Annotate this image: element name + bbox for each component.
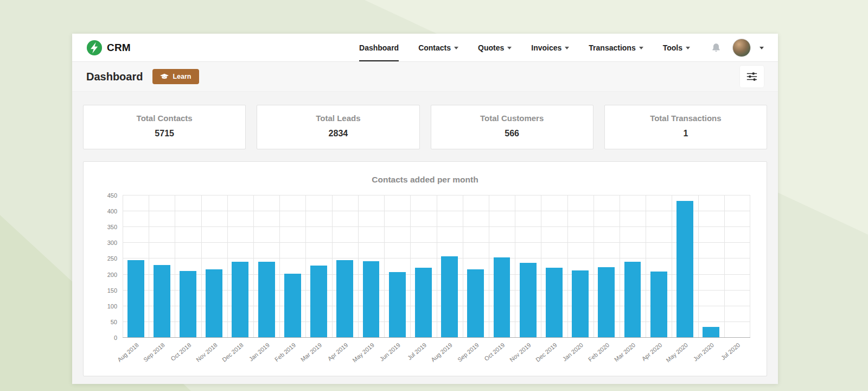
bar-cell bbox=[410, 195, 436, 338]
y-tick-label: 350 bbox=[107, 224, 117, 230]
crm-logo-icon bbox=[86, 40, 103, 56]
bar-cell bbox=[201, 195, 227, 338]
app-window: CRM Dashboard Contacts Quotes Invoices T… bbox=[72, 34, 778, 384]
x-tick-cell: Jun 2020 bbox=[698, 338, 724, 371]
x-tick-cell: Jun 2019 bbox=[384, 338, 410, 371]
bar-cell bbox=[436, 195, 462, 338]
stat-label: Total Transactions bbox=[609, 113, 762, 123]
y-tick-label: 200 bbox=[107, 272, 117, 278]
y-tick-label: 150 bbox=[107, 287, 117, 294]
stat-card-total-contacts: Total Contacts 5715 bbox=[83, 105, 246, 149]
x-tick-cell: Apr 2020 bbox=[646, 338, 672, 371]
x-tick-cell: Oct 2019 bbox=[489, 338, 515, 371]
bar-cell bbox=[463, 195, 489, 338]
bar-cell bbox=[305, 195, 331, 338]
bar-may-2020 bbox=[676, 201, 693, 338]
bar-apr-2020 bbox=[650, 272, 667, 338]
bar-cell bbox=[541, 195, 567, 338]
x-tick-cell: Feb 2019 bbox=[279, 338, 305, 371]
x-axis-labels: Aug 2018Sep 2018Oct 2018Nov 2018Dec 2018… bbox=[123, 338, 750, 371]
bar-cell bbox=[672, 195, 698, 338]
x-tick-cell: Apr 2019 bbox=[332, 338, 358, 371]
stat-value: 566 bbox=[436, 129, 589, 138]
bar-jun-2020 bbox=[703, 327, 719, 338]
x-tick-cell: Dec 2019 bbox=[541, 338, 567, 371]
bar-cell bbox=[698, 195, 724, 338]
nav-item-label: Dashboard bbox=[359, 43, 399, 52]
chevron-down-icon bbox=[686, 47, 690, 49]
bar-oct-2018 bbox=[180, 271, 196, 338]
x-tick-cell: Sep 2019 bbox=[463, 338, 489, 371]
x-tick-label: Aug 2018 bbox=[116, 342, 140, 363]
x-tick-cell: Mar 2019 bbox=[305, 338, 331, 371]
bar-jan-2019 bbox=[258, 262, 275, 338]
x-tick-cell: Mar 2020 bbox=[620, 338, 646, 371]
contacts-per-month-chart-card: Contacts added per month 050100150200250… bbox=[83, 161, 767, 376]
nav-item-label: Quotes bbox=[478, 43, 504, 52]
bar-nov-2019 bbox=[520, 263, 537, 338]
x-tick-cell: Sep 2018 bbox=[149, 338, 175, 371]
bar-sep-2018 bbox=[154, 265, 170, 338]
notifications-bell-icon[interactable] bbox=[711, 41, 724, 54]
y-axis: 050100150200250300350400450 bbox=[100, 195, 123, 338]
nav-item-label: Transactions bbox=[589, 43, 635, 52]
navbar-right bbox=[711, 34, 764, 61]
stat-card-total-customers: Total Customers 566 bbox=[431, 105, 593, 149]
bar-cell bbox=[279, 195, 305, 338]
y-tick-label: 300 bbox=[107, 239, 117, 246]
x-tick-cell: Jul 2020 bbox=[724, 338, 750, 371]
x-tick-cell: Jul 2019 bbox=[410, 338, 436, 371]
bar-apr-2019 bbox=[336, 260, 353, 338]
bar-mar-2020 bbox=[624, 262, 641, 338]
bar-mar-2019 bbox=[310, 266, 327, 338]
bar-cell bbox=[489, 195, 515, 338]
y-tick-label: 100 bbox=[107, 303, 117, 310]
x-tick-cell: Jan 2019 bbox=[253, 338, 279, 371]
user-avatar[interactable] bbox=[732, 39, 751, 57]
y-tick-label: 400 bbox=[107, 208, 117, 215]
nav-item-quotes[interactable]: Quotes bbox=[478, 34, 512, 61]
bar-dec-2018 bbox=[232, 262, 248, 338]
bar-aug-2018 bbox=[127, 260, 144, 338]
stats-row: Total Contacts 5715 Total Leads 2834 Tot… bbox=[83, 105, 767, 149]
chevron-down-icon bbox=[565, 47, 569, 49]
bar-dec-2019 bbox=[546, 268, 563, 338]
dashboard-settings-button[interactable] bbox=[740, 66, 764, 87]
x-tick-cell: Nov 2018 bbox=[201, 338, 227, 371]
learn-button[interactable]: Learn bbox=[152, 69, 199, 84]
top-navbar: CRM Dashboard Contacts Quotes Invoices T… bbox=[72, 34, 778, 62]
bar-feb-2020 bbox=[598, 267, 615, 338]
sliders-icon bbox=[746, 71, 758, 82]
x-tick-cell: Feb 2020 bbox=[593, 338, 620, 371]
chevron-down-icon bbox=[507, 47, 512, 49]
nav-item-dashboard[interactable]: Dashboard bbox=[359, 34, 399, 61]
brand-text: CRM bbox=[107, 42, 131, 54]
y-tick-label: 450 bbox=[107, 192, 117, 199]
stat-label: Total Contacts bbox=[88, 113, 241, 123]
nav-item-label: Contacts bbox=[418, 43, 451, 52]
nav-item-tools[interactable]: Tools bbox=[663, 34, 690, 61]
nav-item-label: Invoices bbox=[531, 43, 561, 52]
bar-nov-2018 bbox=[206, 269, 222, 338]
stat-card-total-transactions: Total Transactions 1 bbox=[604, 105, 767, 149]
page-header: Dashboard Learn bbox=[72, 62, 778, 92]
bar-jul-2019 bbox=[415, 268, 432, 338]
bar-cell bbox=[253, 195, 279, 338]
nav-item-label: Tools bbox=[663, 43, 682, 52]
stat-value: 5715 bbox=[88, 129, 241, 138]
chevron-down-icon bbox=[639, 47, 643, 49]
x-tick-cell: Oct 2018 bbox=[175, 338, 201, 371]
nav-item-transactions[interactable]: Transactions bbox=[589, 34, 643, 61]
user-menu-chevron-down-icon[interactable] bbox=[760, 47, 764, 49]
chart-title: Contacts added per month bbox=[100, 175, 750, 185]
x-tick-cell: May 2020 bbox=[672, 338, 698, 371]
bar-jun-2019 bbox=[389, 272, 406, 338]
brand[interactable]: CRM bbox=[86, 34, 131, 61]
bar-cell bbox=[567, 195, 593, 338]
nav-item-invoices[interactable]: Invoices bbox=[531, 34, 569, 61]
nav-item-contacts[interactable]: Contacts bbox=[418, 34, 458, 61]
bar-cell bbox=[332, 195, 358, 338]
x-tick-cell: Dec 2018 bbox=[227, 338, 253, 371]
x-tick-cell: Nov 2019 bbox=[515, 338, 541, 371]
bar-oct-2019 bbox=[494, 257, 510, 338]
